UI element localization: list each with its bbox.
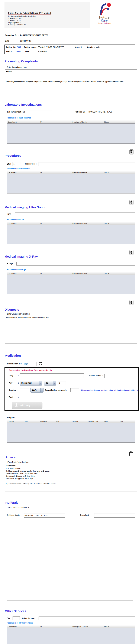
consultant-input[interactable] (94, 513, 135, 518)
column-header: Investigation/Service (71, 272, 103, 275)
refferals-heading: Refferals (6, 501, 18, 504)
prescription-id-input[interactable] (23, 362, 36, 366)
trash-icon (130, 200, 132, 204)
uss-input[interactable] (15, 212, 135, 216)
other-table-header: DepartmentIDInvestigation / ServiceStatu… (7, 625, 135, 628)
complaints-label: Enter Complaints Here (7, 66, 27, 68)
visit-date-value: : 2024-09-07 (37, 50, 48, 52)
diagnosis-label: Enter Diagnosis Details Here (7, 313, 30, 315)
consult-date-value: : 2024-09-07 (20, 40, 31, 42)
refresh-prescription-button[interactable] (38, 362, 43, 366)
diagnosis-heading: Diagnosis (4, 308, 19, 312)
per-meal-input[interactable] (70, 388, 79, 392)
advice-clear-button[interactable] (129, 451, 133, 457)
column-header: Drug (23, 420, 39, 423)
special-notes-input[interactable] (104, 374, 130, 378)
visit-id-value: : 15407 (14, 50, 21, 52)
logo-word-care: Care♥ (101, 19, 108, 22)
way-qty-input[interactable] (58, 381, 66, 385)
recommended-procedures-label[interactable]: Recommended Procedures (7, 168, 30, 170)
special-notes-colon: : (102, 374, 103, 377)
referring-doctor-input[interactable] (24, 513, 65, 518)
consultation-page: Future Care by Future Holdings (Pty) Lim… (0, 0, 139, 644)
company-title: Future Care by Future Holdings (Pty) Lim… (8, 12, 51, 15)
advice-textarea[interactable]: Rest at home Use hand bandage Cold compr… (5, 464, 137, 492)
header: Future Care by Future Holdings (Pty) Lim… (4, 2, 118, 28)
company-info: Future Care by Future Holdings (Pty) Lim… (8, 12, 51, 26)
drug-entry-panel: Please select the Drug from Drug suggess… (4, 367, 139, 410)
patient-id-label: Patient ID : (6, 46, 16, 48)
consulted-by-value: Dr. HANECKY FUENTE REYES (20, 34, 48, 36)
consultant-label: Consultant (80, 514, 89, 516)
recommended-xray-label[interactable]: Recommended X-Rays (7, 268, 26, 270)
consulted-by-line: Consulted By :Dr. HANECKY FUENTE REYES (5, 34, 48, 36)
visit-id-label: Visit ID (6, 50, 14, 52)
per-meal-label: Drugs/Tablets per meal : (45, 389, 67, 391)
column-header: Status (103, 625, 135, 628)
add-drug-button[interactable]: Add Drug (12, 402, 42, 409)
age-label: Age : (75, 46, 80, 48)
duration-unit-select[interactable]: Day/s ▼ (30, 388, 44, 392)
column-header: ID (39, 625, 71, 628)
uss-clear-button[interactable] (130, 250, 134, 255)
procedures-clear-button[interactable] (130, 200, 134, 205)
referred-by-label: Reffered By : (75, 111, 86, 113)
recommended-uss-label[interactable]: Recommended USS (7, 218, 24, 220)
refferal-sub-label: Select the needed Refferal (8, 506, 29, 509)
xray-input[interactable] (16, 262, 135, 266)
complaints-textarea[interactable]: Review Left wrist joint has the six comp… (5, 70, 137, 98)
diagnosis-textarea[interactable]: Acite tendinitis and inflammatorie proce… (5, 316, 137, 344)
gender-label: Gender : (87, 46, 95, 48)
column-header: Way (55, 420, 71, 423)
age-value: 51 (80, 46, 83, 48)
other-qty-input[interactable] (12, 616, 20, 620)
xray-clear-button[interactable] (130, 300, 134, 305)
procedures-table-header: DepartmentIDInvestigation/ServiceStatus (7, 171, 135, 174)
column-header: Fequency (39, 420, 55, 423)
logo-word-future: Future (90, 16, 118, 19)
drug-input[interactable] (20, 374, 84, 378)
duration-input[interactable] (20, 388, 29, 392)
column-header: Status (103, 171, 135, 174)
column-header: ID (39, 120, 71, 124)
uss-table-header: DepartmentIDInvestigation/ServiceStatus (7, 222, 135, 225)
lab-clear-button[interactable] (130, 150, 134, 154)
xray-table: DepartmentIDInvestigation/ServiceStatus (7, 272, 135, 294)
duration-label: Duration : (9, 389, 18, 391)
procedures-heading: Procedures (4, 154, 21, 158)
column-header: Investigation / Service (71, 625, 103, 628)
meal-timing-value: Before Meal (20, 381, 32, 385)
company-number: Company No.8417652-2 (8, 24, 51, 26)
procedures-input[interactable] (38, 162, 135, 166)
patient-id-value: 7935 (16, 46, 21, 48)
medication-heading: Medication (5, 354, 21, 358)
patient-name-label: Patient Name : (24, 46, 37, 48)
procedures-qty-input[interactable] (12, 162, 21, 166)
special-notes-label: Special Notes (89, 374, 101, 377)
column-header: ID (39, 222, 71, 225)
recommended-lab-label[interactable]: Recommended Lab Testings (7, 117, 31, 119)
total-colon: : (18, 396, 19, 398)
lab-table: DepartmentIDInvestigation/ServiceStatus (7, 120, 135, 144)
drug-table-header: Drug IDDrugFequencyWayDurationDuration T… (7, 420, 135, 423)
laboratory-heading: Laboratory Investigations (4, 103, 42, 106)
uss-label: USS : (8, 213, 12, 215)
frequency-select[interactable]: OD ▼ (44, 381, 56, 386)
meal-timing-select[interactable]: Before Meal ▼ (20, 381, 42, 386)
other-services-input[interactable] (38, 616, 135, 620)
logo-text: Future Care♥ Body Mind Soul (90, 16, 118, 24)
advice-label: Enter Doctor's Advice Here (8, 461, 29, 463)
refferal-list-box[interactable] (7, 522, 133, 601)
refresh-icon (38, 364, 43, 366)
column-header: Department (7, 120, 39, 124)
lab-investigation-input[interactable] (26, 110, 52, 114)
presenting-complaints-heading: Presenting Complaints (4, 60, 38, 63)
other-services-label: Other Services : (22, 617, 36, 619)
recommended-other-label[interactable]: Recommended Other Services (7, 622, 33, 624)
xray-table-header: DepartmentIDInvestigation/ServiceStatus (7, 272, 135, 275)
trash-icon (130, 250, 132, 254)
uss-table: DepartmentIDInvestigation/ServiceStatus (7, 222, 135, 244)
company-phone-1: T: +24 82 593 593 (8, 17, 51, 20)
column-header: Status (103, 222, 135, 225)
other-services-table: DepartmentIDInvestigation / ServiceStatu… (7, 625, 135, 644)
